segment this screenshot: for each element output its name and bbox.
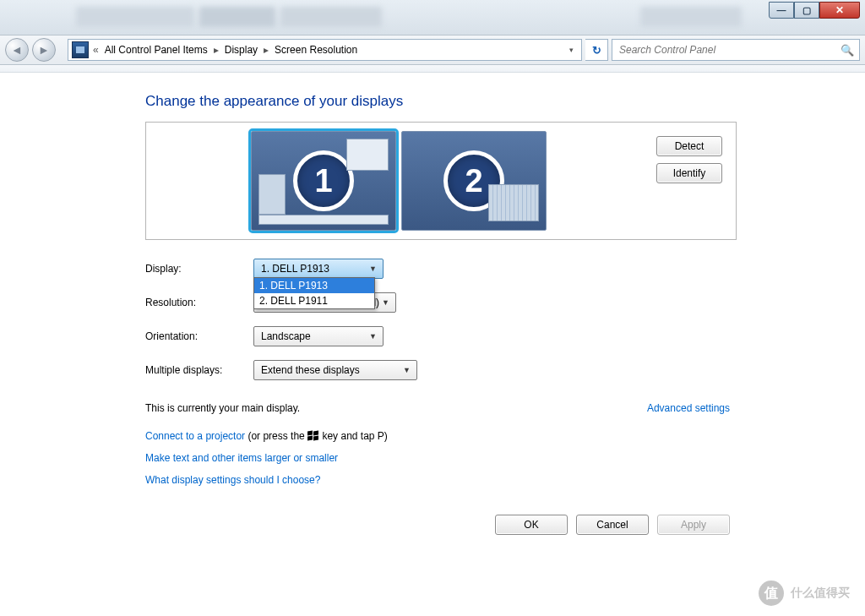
display-combobox-value: 1. DELL P1913 (261, 263, 329, 275)
forward-button[interactable]: ► (32, 38, 56, 62)
resolution-label: Resolution: (145, 297, 253, 308)
monitor-1[interactable]: 1 (251, 131, 396, 231)
watermark-icon: 值 (759, 581, 784, 606)
watermark: 值 什么值得买 (759, 581, 850, 606)
multiple-displays-label: Multiple displays: (145, 364, 253, 376)
windows-key-icon (307, 431, 319, 441)
monitor-1-number: 1 (293, 150, 354, 211)
display-combobox[interactable]: 1. DELL P1913 ▼ 1. DELL P1913 2. DELL P1… (253, 259, 384, 279)
toolbar (0, 65, 865, 73)
search-icon: 🔍 (841, 44, 854, 57)
ok-button[interactable]: OK (495, 515, 568, 535)
address-dropdown[interactable]: ▾ (564, 41, 578, 58)
projector-link[interactable]: Connect to a projector (145, 430, 245, 442)
projector-hint-b: key and tap P) (319, 430, 388, 442)
search-box[interactable]: 🔍 (612, 39, 860, 61)
text-size-link[interactable]: Make text and other items larger or smal… (145, 452, 737, 464)
detect-button[interactable]: Detect (656, 136, 722, 156)
watermark-text: 什么值得买 (791, 586, 850, 601)
minimize-button[interactable]: — (769, 2, 794, 19)
breadcrumb-overflow[interactable]: « (90, 44, 101, 56)
cancel-button[interactable]: Cancel (576, 515, 649, 535)
orientation-label: Orientation: (145, 330, 253, 342)
breadcrumb-item-0[interactable]: All Control Panel Items (103, 44, 209, 56)
orientation-combobox[interactable]: Landscape ▼ (253, 326, 384, 346)
projector-hint-a: (or press the (245, 430, 307, 442)
chevron-right-icon: ▸ (261, 44, 271, 56)
back-button[interactable]: ◄ (5, 38, 29, 62)
chevron-down-icon: ▼ (400, 366, 413, 374)
search-input[interactable] (617, 43, 841, 57)
identify-button[interactable]: Identify (656, 163, 722, 183)
display-option-0[interactable]: 1. DELL P1913 (254, 278, 374, 293)
control-panel-icon (72, 41, 89, 58)
display-option-1[interactable]: 2. DELL P1911 (254, 293, 374, 308)
titlebar: — ▢ ✕ (0, 0, 865, 35)
chevron-down-icon: ▼ (367, 332, 379, 341)
multiple-displays-combobox-value: Extend these displays (261, 364, 360, 376)
breadcrumb-item-1[interactable]: Display (223, 44, 259, 56)
display-preview-pane: 1 2 Detect Identify (145, 122, 737, 240)
main-display-status: This is currently your main display. (145, 402, 300, 414)
advanced-settings-link[interactable]: Advanced settings (647, 402, 730, 414)
display-label: Display: (145, 263, 253, 275)
display-combobox-popup: 1. DELL P1913 2. DELL P1911 (253, 277, 375, 309)
close-button[interactable]: ✕ (819, 2, 860, 19)
background-tabs (76, 7, 742, 27)
monitor-2[interactable]: 2 (401, 131, 547, 231)
chevron-down-icon: ▼ (367, 264, 379, 273)
page-content: Change the appearance of your displays 1… (0, 73, 737, 535)
chevron-down-icon: ▼ (379, 298, 392, 307)
page-title: Change the appearance of your displays (145, 93, 737, 110)
orientation-combobox-value: Landscape (261, 330, 311, 342)
navigation-bar: ◄ ► « All Control Panel Items ▸ Display … (0, 35, 865, 65)
help-link[interactable]: What display settings should I choose? (145, 474, 737, 486)
chevron-right-icon: ▸ (211, 44, 221, 56)
refresh-button[interactable]: ↻ (585, 39, 608, 61)
apply-button[interactable]: Apply (657, 515, 730, 535)
breadcrumb-bar[interactable]: « All Control Panel Items ▸ Display ▸ Sc… (68, 39, 582, 61)
multiple-displays-combobox[interactable]: Extend these displays ▼ (253, 360, 417, 380)
breadcrumb-item-2[interactable]: Screen Resolution (273, 44, 359, 56)
maximize-button[interactable]: ▢ (794, 2, 819, 19)
